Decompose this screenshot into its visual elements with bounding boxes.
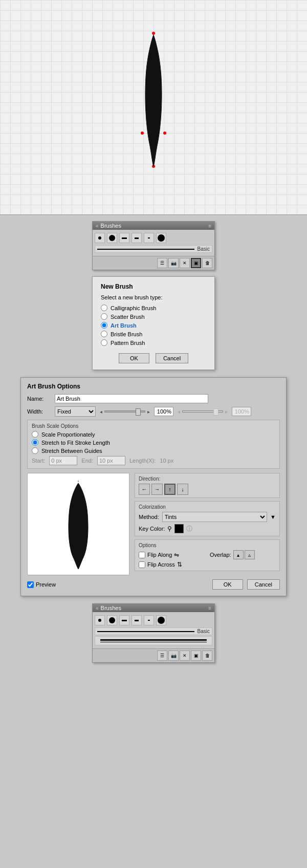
radio-art[interactable] — [101, 322, 107, 329]
overlap-row: Overlap: ▴ ▵ — [210, 550, 276, 559]
preview-label: Preview — [36, 581, 56, 588]
brush-dot-b5[interactable] — [144, 615, 154, 625]
radio-calligraphic[interactable] — [101, 305, 107, 311]
brush-dot-2[interactable] — [107, 233, 117, 243]
new-brush-subtitle: Select a new brush type: — [101, 294, 206, 300]
slider-thumb-right[interactable] — [213, 408, 218, 416]
brush-lib-btn-bottom[interactable]: ☰ — [157, 650, 167, 661]
name-input[interactable] — [55, 394, 208, 403]
flip-along-label: Flip Along — [147, 552, 172, 558]
scale-radio-proportionate[interactable]: Scale Proportionately — [32, 431, 275, 438]
scale-prop-label: Scale Proportionately — [41, 431, 95, 438]
trash-btn-bottom[interactable]: 🗑 — [202, 650, 212, 661]
trash-btn[interactable]: 🗑 — [202, 258, 212, 268]
brush-dot-4[interactable] — [131, 233, 142, 243]
flip-across-label: Flip Across — [147, 561, 175, 568]
options-legend: Options — [139, 542, 276, 548]
eyedropper-icon[interactable]: ⚲ — [167, 525, 172, 532]
panel-menu-icon-bottom[interactable]: ≡ — [208, 605, 211, 611]
preview-checkbox[interactable] — [27, 581, 34, 588]
dir-up-btn[interactable]: ↑ — [164, 484, 176, 495]
dir-down-btn[interactable]: ↓ — [177, 484, 188, 495]
dir-left-btn[interactable]: ← — [139, 484, 150, 495]
colorization-panel: Colorization Method: None Tints Tints an… — [135, 501, 280, 536]
new-brush-dialog: New Brush Select a new brush type: Calli… — [92, 276, 215, 370]
width-label: Width: — [27, 408, 51, 415]
brush-dot-5[interactable] — [144, 233, 154, 243]
import-btn-bottom[interactable]: 📷 — [168, 650, 179, 661]
brush-dot-b3[interactable] — [119, 615, 129, 625]
width-pct-left[interactable] — [154, 407, 173, 416]
art-brush-bottom-row: Preview OK Cancel — [27, 579, 280, 590]
radio-scale-stretch[interactable] — [32, 439, 38, 446]
flip-across-checkbox[interactable] — [139, 561, 145, 568]
overlap-btn-1[interactable]: ▴ — [233, 550, 244, 559]
art-brush-cancel-btn[interactable]: Cancel — [247, 579, 280, 590]
color-swatch[interactable] — [174, 524, 184, 533]
new-brush-btn[interactable]: ▣ — [191, 258, 201, 268]
direction-panel: Direction: ← → ↑ ↓ — [135, 473, 280, 498]
brush-dot-6[interactable] — [156, 233, 166, 243]
radio-scale-guides[interactable] — [32, 447, 38, 454]
colorization-legend: Colorization — [139, 504, 276, 510]
direction-legend: Direction: — [139, 476, 276, 482]
panel-titlebar-top[interactable]: « Brushes ≡ — [93, 222, 214, 230]
length-value: 10 px — [160, 458, 173, 464]
brushes-panel-bottom: « Brushes ≡ Basic ☰ 📷 ✕ ▣ 🗑 — [92, 603, 215, 663]
radio-pattern[interactable] — [101, 339, 107, 346]
new-brush-ok[interactable]: OK — [119, 353, 149, 363]
flip-along-checkbox[interactable] — [139, 552, 145, 558]
delete-btn-bottom[interactable]: ✕ — [180, 650, 190, 661]
brush-lib-btn[interactable]: ☰ — [157, 258, 167, 268]
brush-dot-1[interactable] — [95, 233, 105, 243]
slider-track-right[interactable] — [182, 410, 223, 413]
brush-basic-row-bottom[interactable]: Basic — [95, 627, 212, 635]
pattern-label: Pattern Brush — [111, 340, 145, 346]
slider-track-left[interactable] — [104, 410, 145, 413]
method-select[interactable]: None Tints Tints and Shades Hue Shift — [162, 512, 267, 522]
brush-type-calligraphic[interactable]: Calligraphic Brush — [101, 305, 206, 311]
radio-scale-prop[interactable] — [32, 431, 38, 438]
import-btn[interactable]: 📷 — [168, 258, 179, 268]
scale-radio-stretch-guides[interactable]: Stretch Between Guides — [32, 447, 275, 454]
new-brush-title: New Brush — [101, 283, 206, 290]
brushes-panel-top: « Brushes ≡ Basic ☰ 📷 ✕ ▣ 🗑 — [92, 221, 215, 270]
canvas-area — [0, 0, 307, 215]
panel-menu-icon-top[interactable]: ≡ — [208, 223, 211, 229]
radio-bristle[interactable] — [101, 331, 107, 337]
new-brush-btn-bottom[interactable]: ▣ — [191, 650, 201, 661]
width-pct-right — [232, 407, 251, 416]
overlap-btn-2[interactable]: ▵ — [245, 550, 255, 559]
flip-across-icon: ⇅ — [177, 561, 182, 568]
new-brush-cancel[interactable]: Cancel — [156, 353, 188, 363]
art-brush-stroke-row[interactable] — [95, 636, 212, 645]
overlap-buttons: ▴ ▵ — [233, 550, 255, 559]
brush-dot-3[interactable] — [119, 233, 129, 243]
brush-dot-b4[interactable] — [131, 615, 142, 625]
radio-scatter[interactable] — [101, 313, 107, 320]
brushes-toolbar-bottom: ☰ 📷 ✕ ▣ 🗑 — [93, 648, 214, 662]
brush-type-pattern[interactable]: Pattern Brush — [101, 339, 206, 346]
flip-across-row: Flip Across ⇅ — [139, 561, 205, 568]
scatter-label: Scatter Brush — [111, 314, 145, 320]
brush-type-scatter[interactable]: Scatter Brush — [101, 313, 206, 320]
brush-dot-b6[interactable] — [156, 615, 166, 625]
tip-icon[interactable]: ⓘ — [186, 525, 192, 533]
art-label: Art Brush — [111, 322, 137, 329]
brush-type-bristle[interactable]: Bristle Brush — [101, 331, 206, 337]
brush-type-art[interactable]: Art Brush — [101, 322, 206, 329]
art-brush-ok-btn[interactable]: OK — [212, 579, 243, 590]
scale-options-legend: Brush Scale Options — [32, 423, 275, 429]
brush-dot-b1[interactable] — [95, 615, 105, 625]
keycolor-row: Key Color: ⚲ ⓘ — [139, 524, 276, 533]
slider-thumb-left[interactable] — [136, 408, 141, 416]
brush-dot-b2[interactable] — [107, 615, 117, 625]
start-input — [49, 456, 77, 465]
width-select[interactable]: Fixed Pressure Stylus Wheel Tilt — [55, 406, 96, 417]
panel-titlebar-bottom[interactable]: « Brushes ≡ — [93, 604, 214, 612]
delete-btn[interactable]: ✕ — [180, 258, 190, 268]
scale-radio-stretch-fit[interactable]: Stretch to Fit Stroke Length — [32, 439, 275, 446]
panel-title-bottom: Brushes — [101, 605, 121, 611]
dir-right-btn[interactable]: → — [151, 484, 163, 495]
brush-basic-row[interactable]: Basic — [95, 245, 212, 253]
